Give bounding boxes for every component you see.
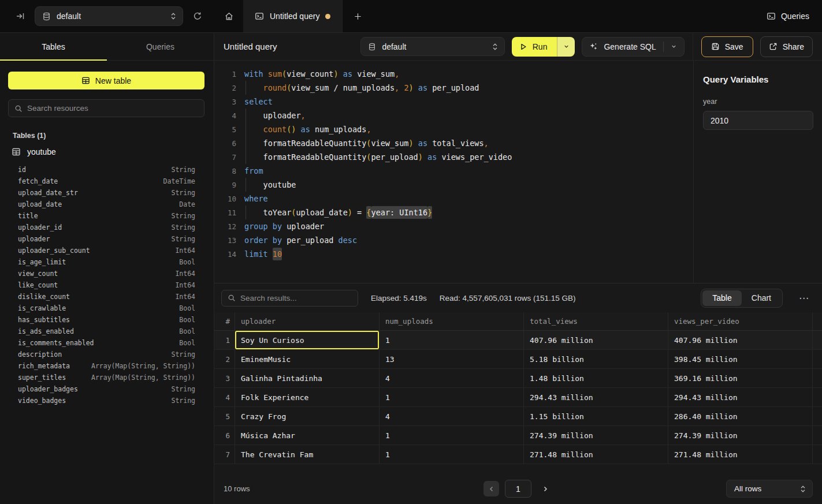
run-options-button[interactable] xyxy=(557,37,575,57)
share-icon xyxy=(769,42,778,51)
table-cell[interactable]: 271.48 million xyxy=(524,445,668,464)
table-cell[interactable]: 398.45 million xyxy=(668,350,813,368)
schema-column-row[interactable]: is_crawlableBool xyxy=(18,303,195,314)
code-line[interactable]: 9 youtube xyxy=(214,178,693,192)
generate-sql-button[interactable]: Generate SQL xyxy=(582,37,684,57)
table-cell[interactable]: 4 xyxy=(380,407,524,425)
table-cell[interactable]: 1.15 billion xyxy=(524,407,668,425)
schema-column-row[interactable]: view_countInt64 xyxy=(18,268,195,279)
table-cell[interactable]: 1 xyxy=(380,445,524,464)
previous-page-button[interactable] xyxy=(483,481,499,496)
sql-editor[interactable]: 1with sum(view_count) as view_sum,2 roun… xyxy=(214,61,693,283)
code-line[interactable]: 8from xyxy=(214,164,693,178)
share-button[interactable]: Share xyxy=(760,36,813,57)
code-line[interactable]: 7 formatReadableQuantity(per_upload) as … xyxy=(214,150,693,164)
database-selector[interactable]: default xyxy=(35,6,183,26)
view-toggle-table[interactable]: Table xyxy=(702,290,741,306)
current-page-indicator[interactable]: 1 xyxy=(505,480,531,498)
table-cell[interactable]: Música Azhar xyxy=(235,426,380,445)
sidebar-tab-tables[interactable]: Tables xyxy=(0,33,107,60)
new-table-button[interactable]: New table xyxy=(8,72,204,89)
resource-search-input[interactable] xyxy=(27,104,198,113)
code-line[interactable]: 1with sum(view_count) as view_sum, xyxy=(214,67,693,81)
next-page-button[interactable] xyxy=(537,481,553,496)
table-cell[interactable]: Galinha Pintadinha xyxy=(235,369,380,387)
run-button[interactable]: Run xyxy=(512,37,557,57)
schema-column-row[interactable]: super_titlesArray(Map(String, String)) xyxy=(18,372,195,383)
schema-column-row[interactable]: descriptionString xyxy=(18,349,195,360)
table-cell[interactable]: 271.48 million xyxy=(668,445,813,464)
schema-column-row[interactable]: is_comments_enabledBool xyxy=(18,337,195,349)
code-line[interactable]: 14limit 10 xyxy=(214,247,693,261)
schema-column-row[interactable]: titleString xyxy=(18,210,195,222)
code-line[interactable]: 3select xyxy=(214,95,693,109)
schema-column-row[interactable]: is_age_limitBool xyxy=(18,256,195,268)
sidebar-table-youtube[interactable]: youtube xyxy=(12,147,204,156)
schema-column-row[interactable]: has_subtitlesBool xyxy=(18,314,195,326)
table-cell[interactable]: 274.39 million xyxy=(668,426,813,445)
table-cell[interactable]: Soy Un Curioso xyxy=(235,331,380,349)
queries-button[interactable]: Queries xyxy=(767,12,809,21)
collapse-sidebar-button[interactable] xyxy=(12,8,29,25)
table-cell[interactable]: 286.40 million xyxy=(668,407,813,425)
schema-column-row[interactable]: uploaderString xyxy=(18,233,195,245)
results-column-header[interactable]: uploader xyxy=(235,312,380,330)
page-size-selector[interactable]: All rows xyxy=(726,480,813,498)
code-line[interactable]: 10where xyxy=(214,192,693,206)
schema-column-row[interactable]: upload_dateDate xyxy=(18,199,195,210)
sidebar-tab-queries[interactable]: Queries xyxy=(107,33,214,60)
code-line[interactable]: 4 uploader, xyxy=(214,109,693,122)
schema-column-row[interactable]: dislike_countInt64 xyxy=(18,291,195,303)
schema-column-row[interactable]: like_countInt64 xyxy=(18,279,195,291)
results-column-header[interactable]: num_uploads xyxy=(380,312,524,330)
results-search-input[interactable] xyxy=(240,294,352,303)
table-cell[interactable]: Crazy Frog xyxy=(235,407,380,425)
results-column-header[interactable]: views_per_video xyxy=(668,312,813,330)
new-tab-button[interactable] xyxy=(343,0,373,32)
tab-title: Untitled query xyxy=(270,12,319,21)
schema-column-row[interactable]: is_ads_enabledBool xyxy=(18,326,195,337)
variable-year-input[interactable] xyxy=(703,111,813,130)
table-cell[interactable]: 407.96 million xyxy=(524,331,668,349)
code-text: where xyxy=(244,194,268,203)
table-cell[interactable]: 4 xyxy=(380,369,524,387)
table-cell[interactable]: EminemMusic xyxy=(235,350,380,368)
code-line[interactable]: 6 formatReadableQuantity(view_sum) as to… xyxy=(214,136,693,150)
code-line[interactable]: 13order by per_upload desc xyxy=(214,233,693,247)
schema-column-row[interactable]: uploader_badgesString xyxy=(18,383,195,395)
query-database-selector[interactable]: default xyxy=(360,37,504,56)
refresh-button[interactable] xyxy=(189,8,206,25)
table-cell[interactable]: 1.48 billion xyxy=(524,369,668,387)
code-line[interactable]: 12group by uploader xyxy=(214,219,693,233)
table-cell[interactable]: 1 xyxy=(380,426,524,445)
table-cell[interactable]: 294.43 million xyxy=(524,388,668,406)
view-toggle-chart[interactable]: Chart xyxy=(742,290,781,306)
tab-untitled-query[interactable]: Untitled query xyxy=(243,0,343,32)
table-cell[interactable]: 1 xyxy=(380,331,524,349)
table-cell[interactable]: 369.16 million xyxy=(668,369,813,387)
table-cell[interactable]: 5.18 billion xyxy=(524,350,668,368)
results-column-header[interactable]: # xyxy=(214,312,235,330)
table-cell[interactable]: 1 xyxy=(380,388,524,406)
schema-column-row[interactable]: upload_date_strString xyxy=(18,187,195,199)
schema-column-row[interactable]: rich_metadataArray(Map(String, String)) xyxy=(18,360,195,372)
table-cell[interactable]: 294.43 million xyxy=(668,388,813,406)
schema-column-row[interactable]: video_badgesString xyxy=(18,395,195,406)
code-line[interactable]: 11 toYear(upload_date) = {year: UInt16} xyxy=(214,206,693,219)
save-button[interactable]: Save xyxy=(701,36,753,57)
table-cell[interactable]: The Crevatin Fam xyxy=(235,445,380,464)
table-cell[interactable]: 407.96 million xyxy=(668,331,813,349)
table-cell[interactable]: 274.39 million xyxy=(524,426,668,445)
code-line[interactable]: 2 round(view_sum / num_uploads, 2) as pe… xyxy=(214,81,693,95)
table-cell[interactable]: 13 xyxy=(380,350,524,368)
table-cell[interactable]: Folk Experience xyxy=(235,388,380,406)
schema-column-row[interactable]: uploader_idString xyxy=(18,222,195,233)
schema-column-row[interactable]: idString xyxy=(18,164,195,176)
more-options-button[interactable]: ⋯ xyxy=(795,292,813,304)
schema-column-row[interactable]: uploader_sub_countInt64 xyxy=(18,245,195,256)
home-button[interactable] xyxy=(214,0,243,32)
code-text: from xyxy=(244,166,263,176)
results-column-header[interactable]: total_views xyxy=(524,312,668,330)
schema-column-row[interactable]: fetch_dateDateTime xyxy=(18,176,195,187)
code-line[interactable]: 5 count() as num_uploads, xyxy=(214,122,693,136)
